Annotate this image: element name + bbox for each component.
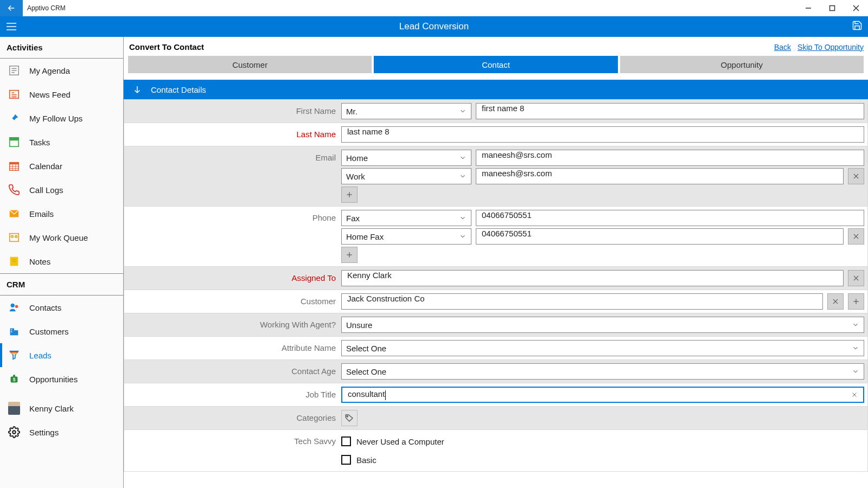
sidebar-item-follow-ups[interactable]: My Follow Ups [0, 106, 123, 130]
svg-rect-33 [14, 330, 18, 335]
app-title: Apptivo CRM [27, 4, 66, 12]
sidebar-item-tasks[interactable]: Tasks [0, 130, 123, 154]
sidebar-item-opportunities[interactable]: $ Opportunities [0, 367, 123, 391]
skip-to-opportunity-link[interactable]: Skip To Opportunity [797, 43, 864, 52]
sidebar-item-work-queue[interactable]: My Work Queue [0, 226, 123, 249]
tab-opportunity[interactable]: Opportunity [620, 56, 864, 73]
sidebar-item-emails[interactable]: Emails [0, 202, 123, 226]
svg-point-39 [12, 431, 16, 434]
chevron-down-icon [852, 368, 859, 375]
text-caret [385, 390, 386, 400]
chevron-down-icon [459, 154, 467, 162]
notes-icon [8, 255, 21, 268]
sidebar: Activities My Agenda News Feed My Follow… [0, 37, 124, 488]
remove-phone-button[interactable] [848, 228, 864, 245]
email-input-0[interactable]: maneesh@srs.com [476, 150, 864, 166]
label-phone: Phone [124, 207, 341, 222]
phone-input-0[interactable]: 04066750551 [476, 210, 864, 226]
close-window-button[interactable] [844, 0, 868, 16]
window-titlebar: Apptivo CRM [0, 0, 868, 16]
maximize-button[interactable] [820, 0, 844, 16]
agenda-icon [8, 64, 21, 77]
sidebar-item-label: Tasks [29, 138, 50, 147]
gear-icon [8, 426, 21, 439]
tab-customer[interactable]: Customer [128, 56, 372, 73]
step-tabs: Customer Contact Opportunity [124, 56, 868, 73]
attribute-name-select[interactable]: Select One [341, 340, 864, 356]
svg-rect-36 [10, 351, 18, 353]
checkbox-icon [341, 455, 351, 465]
sidebar-item-label: Call Logs [29, 185, 63, 195]
contact-age-select[interactable]: Select One [341, 363, 864, 380]
svg-point-57 [347, 416, 348, 417]
working-with-agent-select[interactable]: Unsure [341, 317, 864, 333]
sidebar-item-label: News Feed [29, 90, 71, 99]
add-phone-button[interactable] [341, 247, 358, 263]
svg-point-26 [15, 235, 17, 237]
label-email: Email [124, 146, 341, 162]
sidebar-item-label: Calendar [29, 162, 62, 171]
sidebar-item-leads[interactable]: Leads [0, 343, 123, 367]
svg-rect-34 [11, 329, 12, 330]
opportunities-icon: $ [8, 373, 21, 386]
sidebar-item-label: My Follow Ups [29, 114, 82, 123]
sidebar-item-call-logs[interactable]: Call Logs [0, 178, 123, 202]
phone-input-1[interactable]: 04066750551 [476, 228, 844, 245]
email-type-select-0[interactable]: Home [341, 150, 471, 166]
sidebar-item-user[interactable]: Kenny Clark [0, 396, 123, 420]
back-link[interactable]: Back [774, 43, 791, 52]
sidebar-item-customers[interactable]: Customers [0, 319, 123, 343]
tab-contact[interactable]: Contact [374, 56, 617, 73]
calendar-icon [8, 159, 21, 172]
add-email-button[interactable] [341, 187, 358, 203]
sidebar-item-calendar[interactable]: Calendar [0, 154, 123, 178]
call-logs-icon [8, 183, 21, 196]
svg-rect-1 [830, 6, 835, 11]
clear-customer-button[interactable] [827, 293, 844, 310]
svg-rect-24 [10, 234, 19, 242]
tech-savvy-option-0[interactable]: Never Used a Computer [341, 433, 864, 450]
phone-type-select-0[interactable]: Fax [341, 210, 471, 226]
email-type-select-1[interactable]: Work [341, 168, 471, 184]
customers-icon [8, 325, 21, 338]
save-button[interactable] [852, 20, 863, 33]
header-bar: Lead Conversion [0, 16, 868, 37]
add-category-button[interactable] [341, 410, 358, 426]
sidebar-item-label: Notes [29, 257, 50, 266]
email-input-1[interactable]: maneesh@srs.com [476, 168, 844, 184]
sidebar-item-notes[interactable]: Notes [0, 249, 123, 273]
sidebar-item-my-agenda[interactable]: My Agenda [0, 59, 123, 82]
page-title: Convert To Contact [129, 42, 204, 52]
svg-rect-37 [11, 352, 17, 354]
tech-savvy-option-1[interactable]: Basic [341, 452, 864, 468]
pin-icon [8, 112, 21, 125]
clear-assigned-to-button[interactable] [848, 270, 864, 286]
hamburger-menu-button[interactable] [0, 16, 23, 37]
sidebar-item-contacts[interactable]: Contacts [0, 296, 123, 319]
add-customer-button[interactable] [848, 293, 864, 310]
phone-type-select-1[interactable]: Home Fax [341, 228, 471, 245]
last-name-input[interactable]: last name 8 [341, 126, 864, 143]
section-header-contact-details[interactable]: Contact Details [124, 80, 868, 99]
tag-icon [344, 413, 354, 423]
customer-input[interactable]: Jack Construction Co [341, 293, 823, 310]
job-title-input[interactable]: consultant [341, 387, 864, 403]
remove-email-button[interactable] [848, 168, 864, 184]
minimize-button[interactable] [796, 0, 820, 16]
first-name-input[interactable]: first name 8 [476, 103, 864, 119]
clear-icon[interactable] [851, 391, 858, 398]
section-title: Contact Details [151, 85, 206, 94]
back-button[interactable] [0, 0, 23, 16]
salutation-select[interactable]: Mr. [341, 103, 471, 119]
label-attribute-name: Attribute Name [124, 337, 341, 352]
checkbox-icon [341, 436, 351, 446]
sidebar-item-label: Leads [29, 351, 52, 360]
chevron-down-icon [459, 107, 467, 115]
sidebar-item-news-feed[interactable]: News Feed [0, 82, 123, 106]
label-tech-savvy: Tech Savvy [124, 430, 341, 446]
label-categories: Categories [124, 407, 341, 422]
assigned-to-input[interactable]: Kenny Clark [341, 270, 844, 286]
sidebar-item-settings[interactable]: Settings [0, 420, 123, 444]
chevron-down-icon [459, 214, 467, 222]
work-queue-icon [8, 231, 21, 244]
